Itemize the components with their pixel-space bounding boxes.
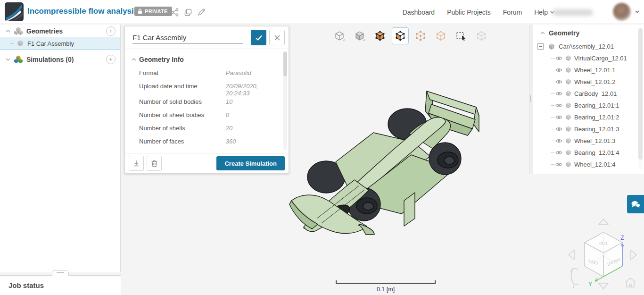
navcube-cube[interactable]: TOP LEFT FRONT	[585, 232, 622, 277]
scale-bar-ruler	[336, 280, 436, 284]
visibility-eye-icon[interactable]	[555, 138, 562, 143]
navcube-arrow-up[interactable]	[599, 219, 608, 225]
resize-grip-icon	[530, 95, 531, 102]
select-faces-button[interactable]	[392, 27, 409, 44]
scene-tree-item[interactable]: Wheel_12.01:4	[533, 159, 644, 170]
create-simulation-button[interactable]: Create Simulation	[216, 156, 285, 170]
geometry-info-row: Number of solid bodies 10	[125, 97, 289, 110]
scene-tree-item[interactable]: Wheel_12.01:2	[533, 76, 644, 88]
select-vertices-button[interactable]	[432, 27, 449, 44]
header-navigation: Dashboard Public Projects Forum Help	[403, 0, 554, 24]
info-row-value: 360	[226, 136, 281, 145]
sidebar-section-geometries[interactable]: Geometries +	[0, 25, 120, 37]
navigation-cube[interactable]: TOP LEFT FRONT Z Y	[562, 213, 643, 295]
edit-pencil-icon[interactable]	[197, 8, 206, 17]
visibility-eye-icon[interactable]	[555, 150, 562, 155]
user-menu-chevron-icon[interactable]	[635, 10, 639, 13]
sidebar-item-f1-car-assembly[interactable]: – F1 Car Assembly	[0, 37, 120, 50]
box-select-button[interactable]	[453, 27, 470, 44]
geometries-section-label: Geometries	[26, 27, 63, 35]
visibility-eye-icon[interactable]	[555, 162, 562, 167]
nav-public-projects[interactable]: Public Projects	[447, 8, 491, 16]
geometries-icon	[14, 27, 23, 35]
f1-car-3d-model[interactable]	[289, 77, 482, 235]
scene-tree-resize-handle[interactable]	[529, 25, 533, 174]
navcube-rotate-arrow[interactable]	[570, 268, 579, 288]
select-edges-button[interactable]	[412, 27, 429, 44]
scene-tree-root-item[interactable]: CarAssembly_12.01	[533, 41, 644, 52]
sidebar-section-simulations[interactable]: Simulations (0) +	[0, 53, 120, 66]
tree-connector: –	[10, 40, 15, 47]
scene-tree-scrollbar[interactable]	[638, 27, 643, 170]
scene-tree-item[interactable]: CarBody_12.01	[533, 88, 644, 100]
chat-support-button[interactable]	[627, 195, 644, 213]
user-name-redacted	[553, 9, 593, 16]
wheel-rear-right[interactable]	[429, 143, 461, 175]
collapse-caret-icon[interactable]	[6, 30, 10, 33]
visibility-eye-icon[interactable]	[555, 103, 562, 108]
visibility-eye-icon[interactable]	[555, 56, 562, 61]
nav-dashboard[interactable]: Dashboard	[403, 8, 435, 16]
nav-forum[interactable]: Forum	[503, 8, 522, 16]
geometry-info-section-header[interactable]: Geometry Info	[125, 49, 289, 68]
scene-tree-item[interactable]: Bearing_12.01:2	[533, 111, 644, 123]
navcube-top-face-label[interactable]: TOP	[599, 241, 608, 245]
z-axis-label: Z	[620, 235, 624, 241]
geometry-info-row: Number of sheet bodies 0	[125, 110, 289, 123]
render-solid-button[interactable]	[351, 27, 368, 44]
job-status-drag-handle[interactable]	[52, 270, 69, 276]
geometry-info-title: Geometry Info	[139, 56, 184, 63]
navcube-arrow-down[interactable]	[599, 283, 608, 289]
navcube-home-icon[interactable]	[625, 278, 636, 287]
privacy-badge: PRIVATE	[134, 7, 172, 16]
collapse-expander-icon[interactable]	[537, 43, 544, 50]
info-row-label: Format	[139, 68, 226, 76]
visibility-eye-icon[interactable]	[555, 115, 562, 120]
scene-tree-item[interactable]: Bearing_12.01:3	[533, 123, 644, 135]
select-volumes-icon	[374, 30, 386, 42]
job-status-bar[interactable]: Job status	[0, 275, 121, 295]
scene-tree-scrollbar-thumb[interactable]	[638, 28, 643, 160]
scene-tree-header[interactable]: Geometry	[533, 25, 644, 41]
delete-geometry-button[interactable]	[147, 156, 162, 171]
part-cube-icon	[565, 79, 571, 85]
scene-tree-item[interactable]: Wheel_12.01:1	[533, 64, 644, 76]
scene-tree-item[interactable]: VirtualCargo_12.01	[533, 52, 644, 64]
scene-tree-item[interactable]: Bearing_12.01:4	[533, 147, 644, 159]
share-icon[interactable]	[171, 8, 179, 17]
scene-tree-item[interactable]: Wheel_12.01:3	[533, 135, 644, 147]
add-geometry-button[interactable]: +	[106, 26, 116, 36]
render-wireframe-button[interactable]	[331, 27, 348, 44]
scale-bar-label: 0.1 [m]	[336, 286, 436, 293]
invert-selection-button	[473, 27, 490, 44]
part-label: Wheel_12.01:4	[574, 161, 615, 168]
select-volumes-button[interactable]	[372, 27, 388, 44]
panel-scrollbar-thumb[interactable]	[283, 52, 287, 76]
panel-scrollbar[interactable]	[283, 51, 287, 150]
add-simulation-button[interactable]: +	[106, 55, 116, 64]
visibility-eye-icon[interactable]	[555, 91, 562, 96]
select-faces-icon	[395, 30, 406, 42]
part-label: VirtualCargo_12.01	[574, 55, 627, 62]
visibility-eye-icon[interactable]	[555, 126, 562, 132]
f1-car-assembly-label: F1 Car Assembly	[27, 40, 74, 47]
close-panel-button[interactable]	[269, 30, 285, 45]
visibility-eye-icon[interactable]	[555, 79, 562, 84]
trash-icon	[151, 160, 158, 167]
user-avatar[interactable]	[613, 3, 631, 21]
wireframe-cube-icon	[334, 30, 345, 42]
download-geometry-button[interactable]	[129, 156, 144, 171]
geometry-name-input[interactable]	[132, 32, 243, 44]
expand-caret-icon[interactable]	[6, 58, 10, 61]
visibility-eye-icon[interactable]	[555, 67, 562, 73]
scene-tree-item[interactable]: Bearing_12.01:1	[533, 100, 644, 111]
copy-project-icon[interactable]	[184, 8, 192, 17]
geometry-panel-content: Geometry Info Format Parasolid Upload da…	[125, 49, 289, 153]
privacy-badge-label: PRIVATE	[145, 8, 168, 14]
confirm-rename-button[interactable]	[251, 30, 266, 45]
navcube-arrow-right[interactable]	[631, 250, 636, 260]
nav-help[interactable]: Help	[534, 8, 554, 16]
navcube-arrow-left[interactable]	[569, 250, 574, 260]
app-logo[interactable]	[5, 2, 24, 21]
part-cube-icon	[565, 161, 571, 168]
